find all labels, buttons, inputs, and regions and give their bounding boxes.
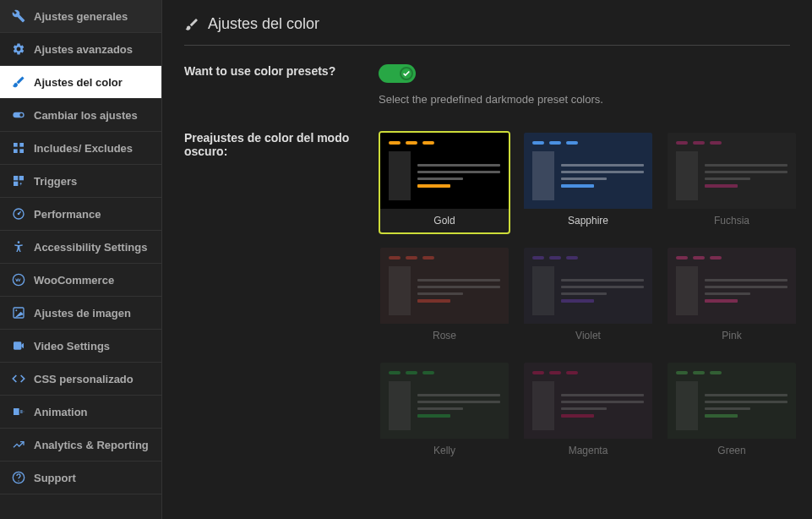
svg-point-14 bbox=[15, 309, 17, 311]
svg-point-10 bbox=[18, 213, 20, 216]
preset-card-pink[interactable]: Pink bbox=[666, 246, 798, 349]
preset-name: Pink bbox=[668, 324, 796, 347]
preset-preview bbox=[668, 248, 796, 324]
settings-sidebar: Ajustes generalesAjustes avanzadosAjuste… bbox=[0, 0, 162, 519]
toggle-icon bbox=[12, 108, 25, 122]
svg-rect-7 bbox=[19, 176, 24, 180]
preset-preview bbox=[380, 133, 509, 209]
sidebar-item-label: Ajustes de imagen bbox=[34, 307, 131, 320]
bolt-icon bbox=[12, 174, 25, 188]
sidebar-item-brush[interactable]: Ajustes del color bbox=[0, 66, 161, 99]
preset-card-green[interactable]: Green bbox=[666, 361, 798, 464]
sidebar-item-label: Ajustes generales bbox=[34, 10, 128, 23]
svg-point-1 bbox=[19, 113, 23, 117]
sidebar-item-image[interactable]: Ajustes de imagen bbox=[0, 297, 161, 330]
preset-name: Gold bbox=[380, 209, 509, 232]
page-header: Ajustes del color bbox=[184, 15, 790, 46]
gear-icon bbox=[12, 42, 25, 56]
preset-card-gold[interactable]: Gold bbox=[379, 131, 510, 234]
brush-icon bbox=[184, 17, 199, 32]
svg-point-20 bbox=[18, 480, 19, 481]
preset-card-violet[interactable]: Violet bbox=[522, 246, 654, 349]
brush-icon bbox=[12, 75, 25, 89]
svg-rect-18 bbox=[23, 411, 24, 412]
preset-preview bbox=[524, 363, 652, 439]
sidebar-item-label: Triggers bbox=[34, 175, 77, 188]
video-icon bbox=[12, 339, 25, 352]
support-icon bbox=[12, 471, 25, 484]
woo-icon bbox=[12, 273, 25, 287]
preset-name: Sapphire bbox=[524, 209, 652, 232]
presets-toggle-label: Want to use color presets? bbox=[184, 64, 379, 106]
sidebar-item-code[interactable]: CSS personalizado bbox=[0, 363, 161, 396]
analytics-icon bbox=[12, 438, 25, 451]
svg-rect-2 bbox=[14, 143, 18, 147]
preset-preview bbox=[524, 133, 652, 209]
sidebar-item-label: Support bbox=[34, 472, 76, 484]
preset-preview bbox=[380, 248, 509, 324]
svg-rect-3 bbox=[19, 143, 24, 147]
preset-card-rose[interactable]: Rose bbox=[379, 246, 510, 349]
sidebar-item-woo[interactable]: WooCommerce bbox=[0, 264, 161, 297]
sidebar-item-wrench[interactable]: Ajustes generales bbox=[0, 0, 161, 33]
sidebar-item-label: Video Settings bbox=[34, 340, 110, 352]
preset-card-sapphire[interactable]: Sapphire bbox=[522, 131, 654, 234]
sidebar-item-label: Accessibility Settings bbox=[34, 241, 147, 254]
setting-presets-toggle: Want to use color presets? Select the pr… bbox=[184, 64, 790, 106]
preset-name: Magenta bbox=[524, 439, 652, 462]
sidebar-item-support[interactable]: Support bbox=[0, 462, 161, 494]
wrench-icon bbox=[12, 9, 25, 23]
sidebar-item-label: Ajustes avanzados bbox=[34, 43, 133, 56]
preset-card-magenta[interactable]: Magenta bbox=[522, 361, 654, 464]
sidebar-item-animation[interactable]: Animation bbox=[0, 396, 161, 429]
sidebar-item-label: Includes/ Excludes bbox=[34, 142, 133, 155]
svg-rect-16 bbox=[14, 408, 19, 415]
preset-name: Fuchsia bbox=[668, 209, 796, 232]
main-content: Ajustes del color Want to use color pres… bbox=[162, 0, 812, 519]
sidebar-item-label: Animation bbox=[34, 406, 88, 418]
sidebar-item-gear[interactable]: Ajustes avanzados bbox=[0, 33, 161, 66]
accessibility-icon bbox=[12, 240, 25, 254]
presets-toggle[interactable] bbox=[379, 64, 416, 83]
svg-rect-6 bbox=[14, 176, 18, 180]
preset-name: Rose bbox=[380, 324, 509, 347]
sidebar-item-label: CSS personalizado bbox=[34, 373, 134, 385]
preset-preview bbox=[380, 363, 509, 439]
image-icon bbox=[12, 306, 25, 320]
layout-icon bbox=[12, 141, 25, 155]
svg-rect-15 bbox=[14, 341, 21, 349]
sidebar-item-gauge[interactable]: Performance bbox=[0, 198, 161, 231]
preset-preview bbox=[668, 363, 796, 439]
page-title: Ajustes del color bbox=[208, 15, 319, 33]
preset-preview bbox=[668, 133, 796, 209]
presets-help-text: Select the predefined darkmode preset co… bbox=[379, 93, 790, 106]
preset-name: Green bbox=[668, 439, 796, 462]
preset-card-fuchsia[interactable]: Fuchsia bbox=[666, 131, 798, 234]
animation-icon bbox=[12, 405, 25, 418]
sidebar-item-label: Cambiar los ajustes bbox=[34, 109, 138, 122]
gauge-icon bbox=[12, 207, 25, 221]
sidebar-item-label: Ajustes del color bbox=[34, 76, 123, 89]
svg-rect-8 bbox=[14, 182, 18, 186]
sidebar-item-layout[interactable]: Includes/ Excludes bbox=[0, 132, 161, 165]
preset-name: Kelly bbox=[380, 439, 509, 462]
svg-point-11 bbox=[18, 241, 20, 243]
sidebar-item-toggle[interactable]: Cambiar los ajustes bbox=[0, 99, 161, 132]
setting-presets-grid: Preajustes de color del modo oscuro: Gol… bbox=[184, 131, 790, 464]
presets-grid-label: Preajustes de color del modo oscuro: bbox=[184, 131, 379, 464]
code-icon bbox=[12, 372, 25, 385]
preset-grid: GoldSapphireFuchsiaRoseVioletPinkKellyMa… bbox=[379, 131, 798, 464]
sidebar-item-label: Analytics & Reporting bbox=[34, 439, 149, 451]
svg-rect-5 bbox=[19, 149, 24, 153]
sidebar-item-accessibility[interactable]: Accessibility Settings bbox=[0, 231, 161, 264]
preset-name: Violet bbox=[524, 324, 652, 347]
sidebar-item-bolt[interactable]: Triggers bbox=[0, 165, 161, 198]
sidebar-item-label: WooCommerce bbox=[34, 274, 114, 287]
sidebar-item-analytics[interactable]: Analytics & Reporting bbox=[0, 429, 161, 462]
toggle-knob bbox=[400, 67, 413, 80]
sidebar-item-label: Performance bbox=[34, 208, 101, 221]
preset-card-kelly[interactable]: Kelly bbox=[379, 361, 510, 464]
svg-rect-17 bbox=[20, 410, 23, 413]
sidebar-item-video[interactable]: Video Settings bbox=[0, 330, 161, 363]
preset-preview bbox=[524, 248, 652, 324]
